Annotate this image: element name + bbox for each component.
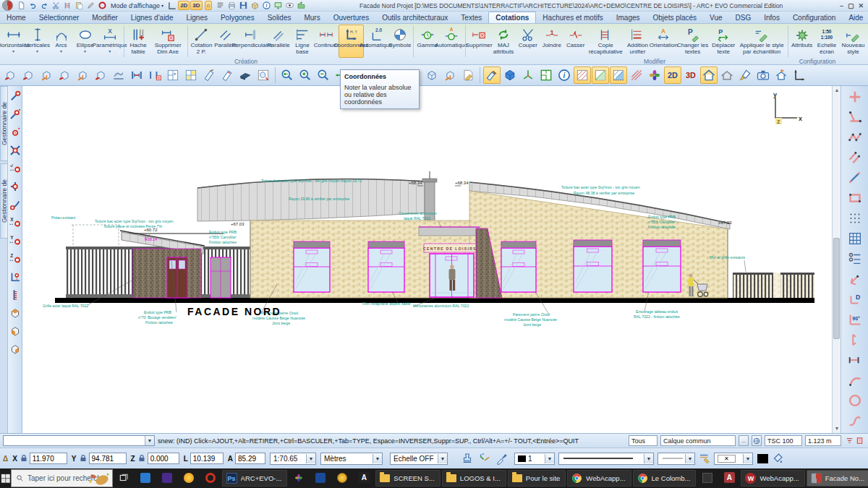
ribbon-button-arcs[interactable]: Arcs ▾ bbox=[49, 25, 73, 58]
badge-2d[interactable]: 2D bbox=[178, 1, 190, 10]
start-button[interactable] bbox=[0, 468, 11, 488]
component-box-icon[interactable] bbox=[255, 67, 272, 84]
layer-field[interactable]: Calque commun bbox=[660, 435, 736, 446]
tab-lignes-d-aide[interactable]: Lignes d'aide bbox=[124, 12, 180, 23]
draw-zigzag-icon[interactable] bbox=[846, 128, 864, 147]
angle-field[interactable] bbox=[235, 453, 265, 464]
taskbar-item-app-emoji[interactable] bbox=[331, 468, 353, 488]
pen-icon[interactable] bbox=[85, 0, 96, 11]
tab-cotations[interactable]: Cotations bbox=[488, 12, 536, 23]
record-icon[interactable] bbox=[96, 0, 108, 11]
ribbon-button-attributs[interactable]: Attributs bbox=[790, 25, 814, 58]
panel-tab-gestionnaire-de-rapports[interactable]: Gestionnaire de rapports bbox=[0, 86, 8, 161]
draw-parallel-icon[interactable] bbox=[846, 148, 864, 167]
ribbon-button-supprimer-dim-axe[interactable]: Supprimer Dim Axe bbox=[150, 25, 186, 58]
plan-view-icon[interactable] bbox=[537, 67, 555, 84]
ribbon-button-appliquer-le-style-par-echantillon[interactable]: Appliquer le style par échantillon bbox=[737, 25, 786, 58]
delta-icon[interactable]: Δ bbox=[3, 455, 8, 463]
tab-selectionner[interactable]: Sélectionner bbox=[33, 12, 86, 23]
taskbar-item-app-dark[interactable] bbox=[697, 468, 718, 488]
screen-scale-combo[interactable]: Echelle OFF▼ bbox=[390, 453, 448, 465]
lineweight-combo[interactable]: ▼ bbox=[658, 453, 695, 465]
cube-top-icon[interactable] bbox=[9, 304, 22, 322]
app-logo-icon[interactable] bbox=[2, 0, 13, 11]
mode-2d-icon[interactable]: 2D bbox=[664, 67, 681, 84]
render-brush-icon[interactable] bbox=[459, 67, 477, 84]
view-cube-rotate-icon[interactable] bbox=[92, 67, 109, 84]
close-button[interactable]: ✕ bbox=[858, 2, 864, 9]
ribbon-button-coordonnees[interactable]: H, Y Coordonnées bbox=[339, 25, 364, 58]
view-iso-5-icon[interactable] bbox=[423, 67, 441, 84]
view-cube-back-icon[interactable] bbox=[56, 67, 73, 84]
arrow-corner-icon[interactable] bbox=[846, 270, 864, 288]
snap-intersection-icon[interactable] bbox=[9, 142, 22, 159]
new-file-icon[interactable] bbox=[15, 0, 27, 11]
taskbar-item-app-mail[interactable] bbox=[135, 468, 156, 488]
camera-view-icon[interactable] bbox=[754, 67, 772, 84]
save-icon[interactable] bbox=[237, 0, 249, 11]
tab-modifier[interactable]: Modifier bbox=[85, 12, 124, 23]
window-brightness-icon[interactable] bbox=[182, 67, 200, 84]
solid-cube-icon[interactable] bbox=[501, 67, 519, 84]
ribbon-button-gamme[interactable]: Gamme bbox=[415, 25, 439, 58]
snap-curve-icon[interactable] bbox=[9, 196, 22, 213]
hatch-green-icon[interactable] bbox=[592, 67, 609, 84]
restore-button[interactable]: ▢ bbox=[848, 2, 854, 9]
draw-rectangle-icon[interactable] bbox=[846, 189, 864, 207]
taskbar-item-app-affinity[interactable]: A bbox=[353, 468, 375, 488]
package-icon[interactable] bbox=[249, 0, 260, 11]
tab-lignes[interactable]: Lignes bbox=[179, 12, 213, 23]
list-icon[interactable] bbox=[214, 0, 226, 11]
view-cube-out-icon[interactable] bbox=[20, 67, 37, 84]
draw-diagonal-icon[interactable] bbox=[846, 168, 864, 187]
filter-field[interactable]: Tous bbox=[629, 435, 658, 446]
view-clamp-delete-icon[interactable] bbox=[146, 67, 163, 84]
snap-line-2-icon[interactable] bbox=[9, 106, 22, 123]
taskbar-item-app-colors[interactable] bbox=[288, 468, 310, 488]
snap-point-icon[interactable] bbox=[9, 124, 22, 141]
draw-curve-icon[interactable] bbox=[846, 411, 864, 430]
y-lock-icon[interactable] bbox=[79, 454, 88, 463]
tab-configuration[interactable]: Configuration bbox=[786, 12, 842, 23]
dim-90-icon[interactable]: 90° bbox=[846, 310, 864, 329]
tab-ouvertures[interactable]: Ouvertures bbox=[327, 12, 375, 23]
vertical-scrollbar[interactable]: ▲ ▼ bbox=[832, 86, 841, 433]
draw-circle-icon[interactable] bbox=[846, 391, 864, 410]
ribbon-button-casser[interactable]: Casser bbox=[563, 25, 587, 58]
view-cube-in-icon[interactable] bbox=[1, 67, 19, 84]
taskbar-item-folder-site[interactable]: Pour le site bbox=[508, 470, 566, 487]
ribbon-button-parametrique[interactable]: X Paramétrique ▾ bbox=[97, 25, 122, 58]
axis-origin-icon[interactable] bbox=[791, 67, 808, 84]
tab-vue[interactable]: Vue bbox=[703, 12, 728, 23]
ribbon-button-continuer[interactable]: Continuer bbox=[315, 25, 339, 58]
ribbon-button-deplacer-texte[interactable]: P Déplacer texte bbox=[710, 25, 737, 58]
layer-globe-button[interactable] bbox=[752, 435, 762, 446]
view-clamp-icon[interactable] bbox=[128, 67, 145, 84]
axis-corner-icon[interactable] bbox=[9, 268, 22, 286]
cube-side-icon[interactable] bbox=[9, 341, 22, 358]
tab-murs[interactable]: Murs bbox=[297, 12, 326, 23]
style-brush-icon[interactable] bbox=[697, 450, 712, 466]
grid-icon[interactable] bbox=[846, 229, 864, 248]
fill-color-swatch[interactable] bbox=[757, 454, 768, 463]
view-pan-icon[interactable] bbox=[110, 67, 127, 84]
draw-corner-icon[interactable] bbox=[846, 108, 864, 127]
ribbon-button-ellipse[interactable]: Ellipse ▾ bbox=[73, 25, 97, 58]
eye-icon[interactable] bbox=[284, 0, 295, 11]
color-fan-icon[interactable] bbox=[646, 67, 663, 84]
ribbon-button-symbole[interactable]: Symbole bbox=[388, 25, 412, 58]
house-view-icon[interactable] bbox=[718, 67, 736, 84]
dim-d-icon[interactable]: D bbox=[846, 290, 864, 309]
ribbon-button-verticales[interactable]: Verticales ▾ bbox=[25, 25, 49, 58]
scale-combo[interactable]: 1:70.65▼ bbox=[270, 453, 316, 465]
snap-distance-icon[interactable]: d bbox=[9, 160, 22, 177]
ribbon-button-hache-faible[interactable]: Hache faible bbox=[126, 25, 150, 58]
ribbon-button-parallele[interactable]: Parallèle bbox=[267, 25, 291, 58]
tab-hachures-et-motifs[interactable]: Hachures et motifs bbox=[536, 12, 609, 23]
taskbar-search[interactable]: Taper ici pour rechercher bbox=[11, 469, 113, 487]
ribbon-button-joindre[interactable]: 1 Joindre bbox=[540, 25, 563, 58]
draw-cross-icon[interactable] bbox=[846, 87, 864, 106]
hatch-red-icon[interactable] bbox=[628, 67, 645, 84]
home-badge-icon[interactable]: ⌂ bbox=[205, 1, 213, 10]
export-folder-icon[interactable] bbox=[295, 0, 307, 11]
